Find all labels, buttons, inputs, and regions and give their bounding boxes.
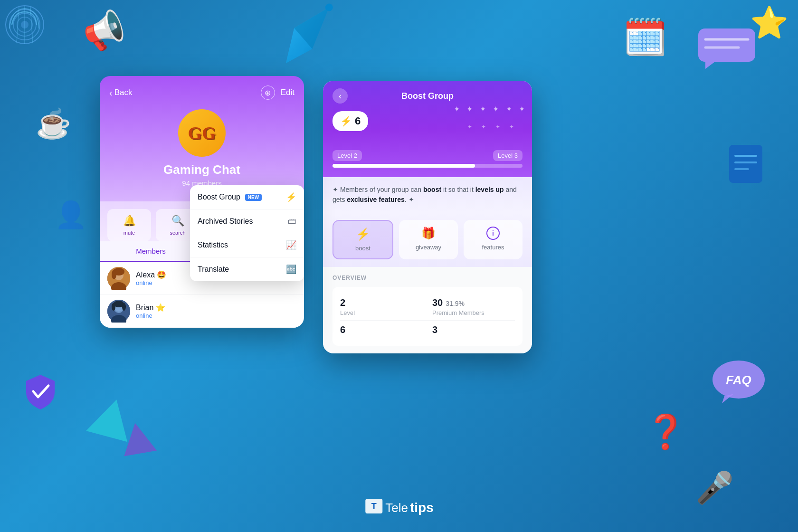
boost-bold-3: exclusive features	[347, 196, 404, 203]
person-decoration: 👤	[55, 200, 87, 230]
dropdown-item-boost[interactable]: Boost Group NEW ⚡	[190, 185, 304, 209]
member-name-brian: Brian ⭐	[136, 303, 296, 312]
progress-bar-track	[332, 164, 522, 168]
boost-badge: ⚡ 6	[332, 111, 368, 131]
svg-point-4	[21, 21, 28, 28]
svg-line-7	[30, 7, 33, 43]
profile-header: ‹ Back ⊕ Edit GG Gaming Chat 94 members	[100, 76, 304, 201]
mug-decoration: ☕	[36, 107, 71, 141]
logo-tips: tips	[410, 500, 434, 515]
svg-text:FAQ: FAQ	[726, 373, 751, 387]
svg-marker-14	[722, 394, 734, 403]
giveaway-action-button[interactable]: 🎁 giveaway	[399, 220, 458, 259]
dropdown-item-translate[interactable]: Translate 🔤	[190, 257, 304, 281]
val2-number: 3	[432, 324, 515, 335]
svg-point-1	[10, 10, 40, 40]
progress-bar-fill	[332, 164, 475, 168]
telegram-arrow-decoration	[266, 0, 346, 88]
overview-cell-val2: 3	[432, 324, 515, 335]
svg-point-31	[112, 303, 115, 311]
boost-back-button[interactable]: ‹	[332, 88, 348, 104]
level-current: Level 2	[332, 150, 362, 161]
boost-bold-1: boost	[423, 186, 441, 193]
overview-card: 2 Level 30 31.9% Premium Members 6	[332, 287, 522, 346]
dropdown-item-boost-left: Boost Group NEW	[198, 193, 262, 201]
overview-cell-level: 2 Level	[340, 297, 423, 316]
boost-actions-row: ⚡ boost 🎁 giveaway i features	[323, 212, 532, 267]
statistics-label: Statistics	[198, 241, 228, 249]
boost-action-button[interactable]: ⚡ boost	[332, 220, 393, 259]
back-chevron-icon: ‹	[109, 87, 113, 98]
archived-icon: 🗃	[288, 216, 296, 226]
triangle-purple-decoration	[119, 420, 157, 456]
header-nav: ‹ Back ⊕ Edit	[109, 86, 294, 100]
boost-group-label: Boost Group	[198, 193, 240, 201]
header-actions: ⊕ Edit	[261, 86, 294, 100]
progress-labels: Level 2 Level 3	[332, 150, 522, 161]
boost-title: Boost Group	[348, 91, 507, 101]
tab-members-label: Members	[136, 247, 166, 255]
premium-label: Premium Members	[432, 309, 515, 316]
edit-button[interactable]: Edit	[281, 88, 294, 97]
sparkles-decoration: ✦ ✦ ✦ ✦ ✦ ✦	[454, 104, 527, 114]
features-icon: i	[486, 227, 500, 240]
statistics-icon: 📈	[286, 240, 296, 250]
svg-text:T: T	[371, 502, 377, 511]
svg-line-5	[17, 7, 19, 43]
search-label: search	[170, 230, 185, 236]
logo-tele: Tele	[385, 501, 408, 515]
dropdown-item-archived[interactable]: Archived Stories 🗃	[190, 209, 304, 233]
add-contact-button[interactable]: ⊕	[261, 86, 275, 100]
boost-bold-2: levels up	[475, 186, 504, 193]
giveaway-icon: 🎁	[421, 227, 436, 240]
add-icon: ⊕	[265, 88, 271, 97]
overview-title: OVERVIEW	[332, 275, 522, 281]
group-initials: GG	[188, 123, 216, 143]
giveaway-label: giveaway	[416, 244, 441, 251]
avatar-brian	[107, 300, 130, 323]
overview-section: OVERVIEW 2 Level 30 31.9% Premium	[323, 267, 532, 353]
shield-decoration	[24, 372, 57, 418]
dropdown-item-archived-left: Archived Stories	[198, 217, 253, 226]
dropdown-menu: Boost Group NEW ⚡ Archived Stories 🗃 Sta…	[190, 185, 304, 281]
member-info-brian: Brian ⭐ online	[136, 303, 296, 319]
right-phone-screen: ✦ ✦ ✦ ✦ ✦ ✦ ✦ ✦ ✦ ✦ ‹ Boost Group ⚡ 6	[323, 81, 532, 353]
overview-cell-premium: 30 31.9% Premium Members	[432, 297, 515, 316]
overview-cell-val1: 6	[340, 324, 423, 335]
val1-number: 6	[340, 324, 423, 335]
progress-section: Level 2 Level 3	[332, 150, 522, 168]
main-content: ‹ Back ⊕ Edit GG Gaming Chat 94 members	[100, 76, 750, 353]
svg-point-2	[13, 13, 36, 36]
premium-value: 30 31.9%	[432, 297, 515, 308]
svg-point-8	[325, 3, 334, 12]
new-badge: NEW	[245, 194, 262, 201]
logo-icon: T	[364, 498, 383, 518]
boost-lightning-icon: ⚡	[340, 115, 352, 127]
tab-members[interactable]: Members	[100, 241, 202, 262]
dropdown-item-statistics[interactable]: Statistics 📈	[190, 233, 304, 257]
boost-back-icon: ‹	[339, 91, 342, 101]
list-item[interactable]: Brian ⭐ online	[100, 295, 304, 328]
boost-action-label: boost	[355, 245, 370, 252]
dropdown-item-translate-left: Translate	[198, 265, 229, 274]
level-next: Level 3	[493, 150, 522, 161]
left-phone-screen: ‹ Back ⊕ Edit GG Gaming Chat 94 members	[100, 76, 304, 328]
star-decoration: ⭐	[750, 5, 788, 41]
level-label: Level	[340, 309, 423, 316]
svg-point-25	[112, 270, 116, 279]
member-status-brian: online	[136, 312, 296, 319]
search-icon: 🔍	[171, 215, 184, 227]
triangle-teal-decoration	[86, 394, 137, 442]
level-value: 2	[340, 297, 423, 308]
boost-action-lightning-icon: ⚡	[356, 228, 370, 241]
svg-point-32	[122, 303, 126, 311]
dropdown-item-statistics-left: Statistics	[198, 241, 228, 249]
premium-number: 30	[432, 297, 443, 308]
svg-point-0	[6, 6, 44, 44]
mute-button[interactable]: 🔔 mute	[107, 209, 151, 241]
translate-label: Translate	[198, 265, 229, 274]
features-action-button[interactable]: i features	[464, 220, 522, 259]
back-button[interactable]: ‹ Back	[109, 87, 132, 98]
question-decoration: ❓	[645, 412, 686, 451]
boost-description: ✦ Members of your group can boost it so …	[323, 177, 532, 212]
